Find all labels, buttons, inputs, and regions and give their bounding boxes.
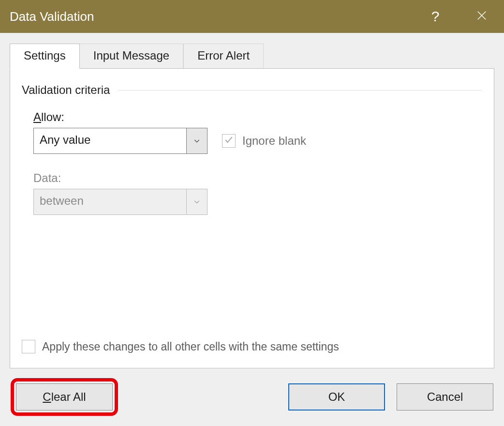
cancel-button[interactable]: Cancel <box>397 383 493 411</box>
allow-combobox[interactable]: Any value <box>33 128 208 154</box>
tab-label: Input Message <box>93 49 169 62</box>
allow-dropdown-button[interactable] <box>186 128 208 154</box>
tab-label: Error Alert <box>197 49 250 62</box>
close-icon <box>476 9 487 24</box>
allow-value: Any value <box>33 128 186 154</box>
help-icon: ? <box>431 8 440 25</box>
groupbox-title: Validation criteria <box>22 83 482 97</box>
annotation-highlight: Clear All <box>11 378 118 416</box>
ignore-blank-checkbox <box>222 134 236 148</box>
cancel-label: Cancel <box>427 390 463 404</box>
allow-field: Allow: Any value <box>33 110 482 159</box>
apply-all-label: Apply these changes to all other cells w… <box>42 340 339 353</box>
groupbox-title-text: Validation criteria <box>22 83 110 97</box>
ok-label: OK <box>328 390 345 404</box>
data-label: Data: <box>33 171 482 185</box>
data-value: between <box>33 189 186 215</box>
chevron-down-icon <box>193 198 201 206</box>
ok-button[interactable]: OK <box>288 383 385 411</box>
clear-all-button[interactable]: Clear All <box>16 383 113 411</box>
ignore-blank-label: Ignore blank <box>242 134 306 148</box>
titlebar: Data Validation ? <box>0 0 504 33</box>
data-dropdown-button <box>186 189 208 215</box>
tab-input-message[interactable]: Input Message <box>80 44 183 69</box>
tab-error-alert[interactable]: Error Alert <box>183 44 264 69</box>
data-validation-dialog: Data Validation ? Settings Input Message… <box>0 0 504 426</box>
settings-panel: Validation criteria Allow: Any value <box>10 68 494 368</box>
dialog-title: Data Validation <box>10 9 422 24</box>
tab-label: Settings <box>24 49 66 62</box>
tabstrip: Settings Input Message Error Alert <box>0 33 504 69</box>
ignore-blank-checkbox-row: Ignore blank <box>222 134 306 148</box>
close-button[interactable] <box>468 3 495 30</box>
groupbox-divider <box>118 90 482 91</box>
tab-settings[interactable]: Settings <box>10 44 80 69</box>
button-bar: Clear All OK Cancel <box>0 368 504 426</box>
data-field: Data: between <box>33 171 482 220</box>
chevron-down-icon <box>193 137 201 145</box>
help-button[interactable]: ? <box>422 3 449 30</box>
apply-all-checkbox <box>22 340 35 353</box>
apply-all-row: Apply these changes to all other cells w… <box>22 340 339 353</box>
check-icon <box>224 134 234 148</box>
allow-label: Allow: <box>33 110 482 124</box>
data-combobox: between <box>33 189 208 215</box>
